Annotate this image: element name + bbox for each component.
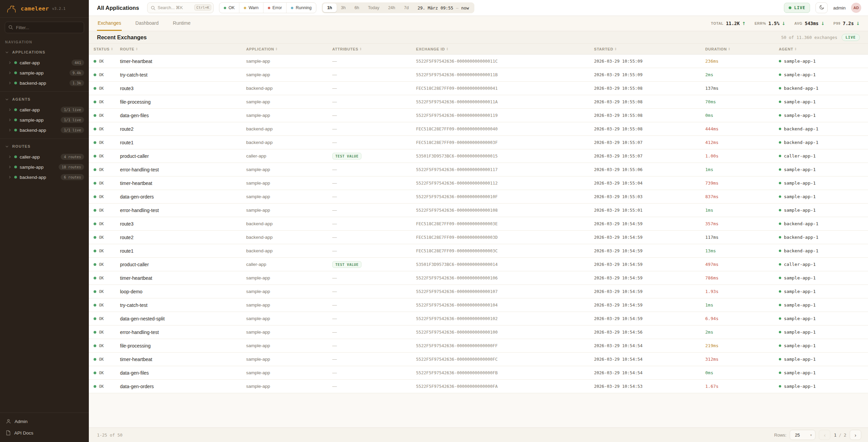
status-ok-dot (94, 385, 96, 388)
agent-dot (779, 101, 781, 103)
time-range-3h[interactable]: 3h (337, 3, 350, 12)
exchange-id-cell: 5522F5F97542636-0000000000000119 (416, 113, 594, 118)
table-row[interactable]: OK route1 backend-app — FEC518C28E7FF09-… (89, 244, 868, 258)
sidebar-section-header[interactable]: AGENTS (0, 94, 89, 105)
table-row[interactable]: OK route2 backend-app — FEC518C28E7FF09-… (89, 122, 868, 136)
column-header-status[interactable]: STATUS ▴▾ (94, 47, 120, 51)
time-range-24h[interactable]: 24h (384, 3, 400, 12)
sort-icon: ▴▾ (111, 47, 113, 50)
route-cell: data-gen-orders (120, 194, 246, 199)
table-row[interactable]: OK error-handling-test sample-app — 5522… (89, 204, 868, 217)
sidebar-item-sample-app[interactable]: sample-app 1/1 live (0, 115, 89, 125)
tab-exchanges[interactable]: Exchanges (97, 16, 122, 31)
column-header-agent[interactable]: AGENT ▴▾ (779, 47, 868, 51)
route-cell: try-catch-test (120, 302, 246, 308)
filter-input[interactable] (5, 22, 84, 33)
tab-runtime[interactable]: Runtime (172, 16, 191, 31)
sidebar-item-backend-app[interactable]: backend-app 1/1 live (0, 125, 89, 135)
table-row[interactable]: OK timer-heartbeat sample-app — 5522F5F9… (89, 176, 868, 190)
table-row[interactable]: OK data-gen-files sample-app — 5522F5F97… (89, 366, 868, 380)
table-row[interactable]: OK data-gen-orders sample-app — 5522F5F9… (89, 190, 868, 204)
time-range-6h[interactable]: 6h (350, 3, 363, 12)
status-filter-warn[interactable]: Warn (239, 3, 263, 13)
duration-cell: 357ms (705, 221, 779, 226)
attribute-badge: TEST VALUE (332, 153, 361, 160)
table-row[interactable]: OK error-handling-test sample-app — 5522… (89, 325, 868, 339)
sidebar-item-badge: 6 routes (61, 174, 84, 180)
table-row[interactable]: OK timer-heartbeat sample-app — 5522F5F9… (89, 55, 868, 68)
sidebar-item-sample-app[interactable]: sample-app 18 routes (0, 162, 89, 172)
duration-cell: 2ms (705, 330, 779, 335)
table-row[interactable]: OK route3 backend-app — FEC518C28E7FF09-… (89, 217, 868, 231)
route-cell: timer-heartbeat (120, 181, 246, 186)
table-row[interactable]: OK data-gen-nested-split sample-app — 55… (89, 312, 868, 325)
next-page-button[interactable]: › (850, 430, 861, 440)
previous-page-button[interactable]: ‹ (819, 430, 830, 440)
table-row[interactable]: OK try-catch-test sample-app — 5522F5F97… (89, 68, 868, 82)
table-row[interactable]: OK try-catch-test sample-app — 5522F5F97… (89, 298, 868, 312)
table-row[interactable]: OK product-caller caller-app TEST VALUE … (89, 258, 868, 271)
column-header-attributes[interactable]: ATTRIBUTES ▴▾ (332, 47, 416, 51)
status-text: OK (99, 181, 104, 186)
duration-cell: 1.00s (705, 153, 779, 159)
table-row[interactable]: OK file-processing sample-app — 5522F5F9… (89, 339, 868, 353)
table-row[interactable]: OK data-gen-files sample-app — 5522F5F97… (89, 109, 868, 122)
column-header-application[interactable]: APPLICATION ▴▾ (246, 47, 332, 51)
live-toggle-button[interactable]: LIVE (784, 3, 810, 13)
sidebar-item-backend-app[interactable]: backend-app 1.3k (0, 78, 89, 88)
agent-cell: sample-app-1 (784, 99, 816, 104)
table-row[interactable]: OK timer-heartbeat sample-app — 5522F5F9… (89, 271, 868, 285)
table-row[interactable]: OK loop-demo sample-app — 5522F5F9754263… (89, 285, 868, 298)
column-header-exchange-id[interactable]: EXCHANGE ID ▴▾ (416, 47, 594, 51)
time-range-today[interactable]: Today (363, 3, 383, 12)
status-filter-running[interactable]: Running (286, 3, 316, 13)
column-header-route[interactable]: ROUTE ▴▾ (120, 47, 246, 51)
chevron-down-icon (5, 50, 9, 54)
theme-toggle-button[interactable] (815, 2, 828, 13)
sidebar-section-header[interactable]: APPLICATIONS (0, 47, 89, 58)
sidebar-item-backend-app[interactable]: backend-app 6 routes (0, 172, 89, 182)
table-row[interactable]: OK route2 backend-app — FEC518C28E7FF09-… (89, 231, 868, 244)
table-row[interactable]: OK timer-heartbeat sample-app — 5522F5F9… (89, 353, 868, 366)
started-cell: 2026-03-29 10:55:03 (594, 194, 705, 199)
date-range-picker[interactable]: 29. März 09:55—now (413, 5, 473, 10)
status-filter-dot (291, 7, 293, 9)
rows-per-page-select[interactable]: 25 ▾ (790, 430, 815, 440)
attributes-cell: — (332, 302, 416, 308)
duration-cell: 497ms (705, 262, 779, 267)
table-row[interactable]: OK route3 backend-app — FEC518C28E7FF09-… (89, 82, 868, 95)
sidebar-item-sample-app[interactable]: sample-app 9.4k (0, 68, 89, 78)
sidebar-item-label: caller-app (20, 107, 40, 112)
table-row[interactable]: OK data-gen-orders sample-app — 5522F5F9… (89, 380, 868, 393)
sort-icon: ▴▾ (729, 47, 730, 50)
sidebar-item-caller-app[interactable]: caller-app 441 (0, 58, 89, 68)
sidebar-item-caller-app[interactable]: caller-app 1/1 live (0, 105, 89, 115)
status-text: OK (99, 316, 104, 321)
table-row[interactable]: OK route1 backend-app — FEC518C28E7FF09-… (89, 136, 868, 149)
sidebar-footer-item-api-docs[interactable]: API Docs (0, 427, 89, 439)
agent-cell: backend-app-1 (784, 140, 818, 145)
duration-cell: 1ms (705, 208, 779, 213)
column-header-duration[interactable]: DURATION ▴▾ (705, 47, 779, 51)
agent-dot (779, 182, 781, 184)
agent-cell: sample-app-1 (784, 275, 816, 280)
tab-dashboard[interactable]: Dashboard (135, 16, 159, 31)
column-header-started[interactable]: STARTED ▴▾ (594, 47, 705, 51)
status-filter-error[interactable]: Error (263, 3, 287, 13)
sidebar-footer-item-admin[interactable]: Admin (0, 416, 89, 427)
duration-cell: 786ms (705, 275, 779, 280)
started-cell: 2026-03-29 10:54:54 (594, 357, 705, 362)
avatar[interactable]: AD (851, 3, 861, 13)
table-row[interactable]: OK product-caller caller-app TEST VALUE … (89, 149, 868, 163)
attributes-cell: — (332, 126, 416, 131)
sidebar-item-caller-app[interactable]: caller-app 4 routes (0, 152, 89, 162)
username-label[interactable]: admin (833, 5, 846, 10)
sidebar-section-header[interactable]: ROUTES (0, 141, 89, 152)
time-range-1h[interactable]: 1h (323, 3, 337, 12)
table-row[interactable]: OK file-processing sample-app — 5522F5F9… (89, 95, 868, 109)
status-filter-ok[interactable]: OK (219, 3, 239, 13)
status-text: OK (99, 289, 104, 294)
duration-cell: 739ms (705, 181, 779, 186)
time-range-7d[interactable]: 7d (400, 3, 413, 12)
table-row[interactable]: OK error-handling-test sample-app — 5522… (89, 163, 868, 176)
